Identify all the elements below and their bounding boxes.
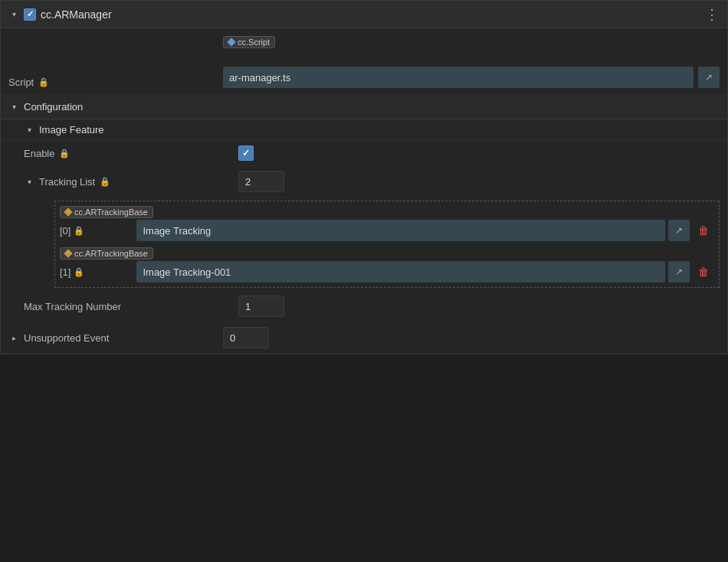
- tracking-list-lock-icon: 🔒: [100, 177, 110, 187]
- tracking-item-0-select-button[interactable]: ↗: [668, 220, 690, 241]
- tracking-list-row: ▾ Tracking List 🔒 2: [1, 166, 727, 198]
- configuration-label: Configuration: [24, 101, 83, 113]
- panel-header: ▾ cc.ARManager ⋮: [1, 1, 727, 28]
- panel-more-button[interactable]: ⋮: [705, 6, 720, 23]
- enable-checkbox[interactable]: [238, 145, 254, 161]
- script-lock-icon: 🔒: [38, 77, 49, 87]
- tracking-item-1: cc.ARTrackingBase [1] 🔒 ↗ 🗑: [60, 247, 714, 283]
- unsupported-event-value: 0: [223, 327, 720, 348]
- unsupported-event-row: ▸ Unsupported Event 0: [1, 322, 727, 354]
- diamond-orange-icon-1: [64, 249, 72, 257]
- tracking-item-1-select-button[interactable]: ↗: [668, 261, 690, 283]
- tracking-item-0: cc.ARTrackingBase [0] 🔒 ↗ 🗑: [60, 206, 714, 241]
- panel-collapse-icon[interactable]: ▾: [8, 9, 19, 20]
- tracking-list-collapse-icon[interactable]: ▾: [24, 176, 34, 187]
- script-badge: cc.Script: [223, 36, 275, 48]
- tracking-item-0-badge: cc.ARTrackingBase: [60, 206, 153, 218]
- tracking-item-0-label: [0] 🔒: [60, 225, 133, 237]
- tracking-item-0-delete-button[interactable]: 🗑: [693, 220, 714, 241]
- unsupported-event-count: 0: [223, 327, 269, 348]
- script-select-button[interactable]: ↗: [698, 67, 720, 88]
- enable-lock-icon: 🔒: [59, 149, 70, 158]
- tracking-list-label: ▾ Tracking List 🔒: [24, 176, 238, 188]
- max-tracking-value: 1: [238, 296, 720, 317]
- script-input[interactable]: [223, 67, 694, 88]
- tracking-item-0-row: [0] 🔒 ↗ 🗑: [60, 220, 714, 241]
- script-field-wrapper: cc.Script ↗: [223, 50, 720, 88]
- script-label: Script 🔒: [8, 77, 223, 88]
- panel-title: cc.ARManager: [41, 8, 112, 21]
- unsupported-event-expand-icon[interactable]: ▸: [8, 332, 19, 343]
- enable-row: Enable 🔒: [1, 141, 727, 166]
- enable-label: Enable 🔒: [24, 148, 238, 159]
- script-row: Script 🔒 cc.Script ↗: [1, 28, 727, 95]
- tracking-item-0-input[interactable]: [136, 220, 665, 241]
- panel-header-left: ▾ cc.ARManager: [8, 8, 112, 21]
- diamond-orange-icon-0: [64, 207, 72, 216]
- max-tracking-number: 1: [238, 296, 284, 317]
- image-feature-collapse-icon[interactable]: ▾: [24, 125, 34, 136]
- tracking-item-1-input[interactable]: [136, 261, 665, 283]
- configuration-section-header[interactable]: ▾ Configuration: [1, 95, 727, 119]
- tracking-item-1-label: [1] 🔒: [60, 266, 133, 278]
- tracking-item-0-lock: 🔒: [74, 226, 84, 236]
- tracking-list-count-value: 2: [238, 171, 720, 192]
- max-tracking-label: Max Tracking Number: [24, 301, 238, 312]
- enable-value: [238, 145, 720, 161]
- ar-manager-panel: ▾ cc.ARManager ⋮ Script 🔒 cc.Script ↗ ▾ …: [0, 0, 728, 355]
- tracking-item-1-badge: cc.ARTrackingBase: [60, 247, 153, 260]
- image-feature-label: Image Feature: [39, 124, 104, 136]
- max-tracking-row: Max Tracking Number 1: [1, 291, 727, 322]
- tracking-item-1-lock: 🔒: [74, 267, 84, 277]
- tracking-item-1-delete-button[interactable]: 🗑: [693, 261, 714, 283]
- configuration-collapse-icon[interactable]: ▾: [8, 102, 19, 113]
- unsupported-event-label: ▸ Unsupported Event: [8, 332, 223, 344]
- image-feature-header[interactable]: ▾ Image Feature: [1, 119, 727, 141]
- panel-enable-checkbox[interactable]: [24, 8, 36, 21]
- tracking-list-count: 2: [238, 171, 284, 192]
- diamond-blue-icon: [227, 38, 235, 46]
- tracking-items-container: cc.ARTrackingBase [0] 🔒 ↗ 🗑 cc.ARTrackin…: [54, 201, 720, 288]
- tracking-item-1-row: [1] 🔒 ↗ 🗑: [60, 261, 714, 283]
